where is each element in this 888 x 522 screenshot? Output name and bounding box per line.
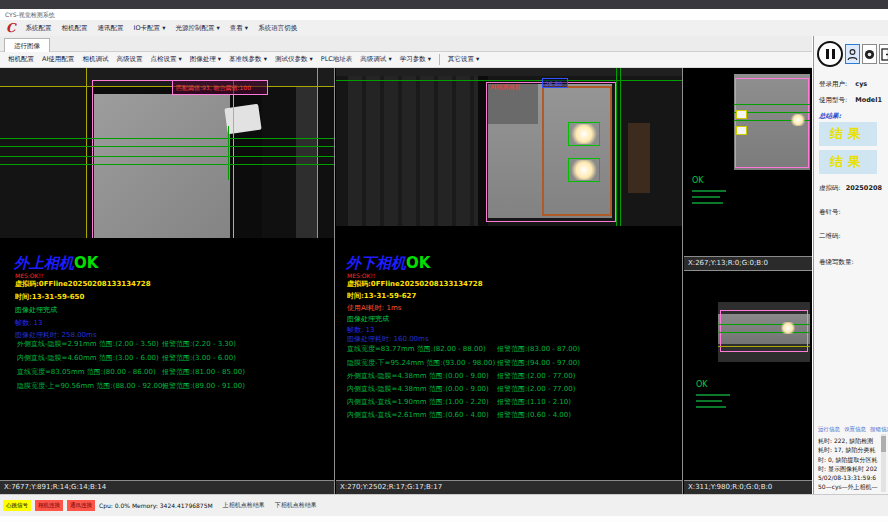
- tool-image-processing[interactable]: 图像处理 ▾: [190, 55, 221, 64]
- menu-io-card-config[interactable]: IO卡配置 ▾: [134, 24, 166, 33]
- machine-column: [296, 68, 318, 238]
- menu-view[interactable]: 查看 ▾: [230, 24, 248, 33]
- tab-strip: 运行图像: [0, 36, 812, 52]
- measurement-alarm: 报警范围:(81.00 - 85.00): [162, 367, 245, 377]
- baseline-yellow-vertical: [86, 68, 87, 238]
- login-user-row: 登录用户: cys: [819, 80, 867, 89]
- middle-camera-image[interactable]: 26.80 AI检测画面: [336, 68, 682, 226]
- exit-button[interactable]: [879, 44, 888, 64]
- ai-score-box: 26.80: [542, 78, 568, 88]
- menu-light-control-config[interactable]: 光源控制配置 ▾: [175, 24, 219, 33]
- user-icon: [847, 48, 858, 61]
- roi-outline: [92, 80, 234, 238]
- threshold-label: 匹配阈值:93, 吻合阈值:100: [176, 84, 251, 93]
- cpu-memory-text: Cpu: 0.0% Memory: 3424.41796875M: [99, 502, 213, 509]
- winding-count-label: 卷绕写数量:: [819, 258, 854, 267]
- tool-baseline-params[interactable]: 基准线参数 ▾: [229, 55, 267, 64]
- left-barcode-line: 虚拟码:0FFline20250208133134728: [15, 279, 151, 289]
- result-box-1: 结果: [819, 122, 877, 146]
- measurement-value: 外侧直线-隐膜=4.38mm 范围:(0.00 - 9.00): [347, 371, 489, 381]
- left-time-line: 时间:13-31-59-650: [15, 292, 84, 302]
- measurement-alarm: 报警范围:(0.60 - 4.00): [497, 410, 571, 420]
- middle-measurement-row: 内侧直线-直线=1.90mm 范围:(1.00 - 2.20) 报警范围:(1.…: [347, 397, 680, 407]
- left-measurement-row: 直线宽度=83.05mm 范围:(80.00 - 86.00) 报警范围:(81…: [17, 367, 334, 377]
- menu-camera-config[interactable]: 相机配置: [62, 24, 88, 33]
- middle-done-line: 图像处理完成: [347, 314, 389, 324]
- log-tab-run-info[interactable]: 运行信息: [818, 426, 840, 433]
- tool-spot-check-settings[interactable]: 点检设置 ▾: [150, 55, 181, 64]
- middle-time-line: 时间:13-31-59-627: [347, 291, 416, 301]
- machine-structure: [348, 68, 478, 226]
- preview-top-status: OK: [692, 176, 704, 185]
- pause-button[interactable]: [817, 41, 843, 67]
- tool-tester-params[interactable]: 测试仪参数 ▾: [275, 55, 313, 64]
- toolbar: 相机配置 AI使用配置 相机调试 高级设置 点检设置 ▾ 图像处理 ▾ 基准线参…: [0, 52, 812, 68]
- tool-ai-usage-config[interactable]: AI使用配置: [42, 55, 74, 64]
- tool-plc-address-table[interactable]: PLC地址表: [321, 55, 353, 64]
- main-canvas: 匹配阈值:93, 吻合阈值:100 外上相机OK MES:OK!! 虚拟码:0F…: [0, 68, 812, 494]
- measure-line-green: [718, 324, 810, 325]
- log-tab-error-info[interactable]: 报错信息: [870, 426, 888, 433]
- model-label: 使用型号:: [819, 96, 847, 104]
- virtual-code-row: 虚拟码: 20250208: [819, 184, 882, 193]
- left-mes-line: MES:OK!!: [15, 272, 43, 279]
- preview-bottom-textline: [696, 400, 722, 402]
- upper-camera-check-result: 上相机点检结果: [223, 501, 265, 510]
- ai-score-label: 26.80: [545, 80, 562, 87]
- sidebar: 登录用户: cys 使用型号: Model1 总结果: 结果 结果 虚拟码: 2…: [813, 36, 888, 494]
- detect-box-green: [568, 158, 600, 182]
- measure-line-green: [734, 104, 810, 105]
- measure-line-green-vertical: [228, 126, 229, 180]
- tool-advanced-debug[interactable]: 高级调试 ▾: [360, 55, 391, 64]
- tab-run-image[interactable]: 运行图像: [4, 38, 50, 53]
- virtual-code-value: 20250208: [846, 184, 882, 192]
- measurement-alarm: 报警范围:(94.00 - 97.00): [497, 358, 580, 368]
- tool-learning-params[interactable]: 学习参数 ▾: [400, 55, 431, 64]
- toolbar-divider: [439, 54, 440, 65]
- preview-bottom-status: OK: [696, 380, 708, 389]
- left-camera-image[interactable]: 匹配阈值:93, 吻合阈值:100: [0, 68, 334, 238]
- measure-line-green-vertical: [620, 68, 621, 226]
- menu-comm-config[interactable]: 通讯配置: [98, 24, 124, 33]
- middle-camera-name: 外下相机: [346, 254, 406, 272]
- log-tab-settings-info[interactable]: 设置信息: [844, 426, 866, 433]
- preview-top-image[interactable]: [734, 74, 810, 170]
- baseline-yellow: [0, 86, 334, 87]
- preview-bottom-image[interactable]: [718, 302, 810, 362]
- left-camera-name: 外上相机: [14, 254, 74, 272]
- middle-measurement-row: 外侧直线-隐膜=4.38mm 范围:(0.00 - 9.00) 报警范围:(2.…: [347, 371, 680, 381]
- left-measurement-row: 内侧直线-隐膜=4.60mm 范围:(3.00 - 6.00) 报警范围:(3.…: [17, 353, 334, 363]
- camera-button[interactable]: [862, 44, 877, 64]
- heartbeat-badge: 心跳信号: [3, 500, 31, 511]
- middle-coordinate-bar: X:270;Y:2502;R:17;G:17;B:17: [336, 480, 682, 494]
- left-result-title: 外上相机OK: [14, 254, 98, 273]
- preview-bottom-coordinate-bar: X:311;Y:980;R:0;G:0;B:0: [684, 480, 812, 494]
- weld-glow: [790, 114, 806, 126]
- measure-line-green: [0, 156, 334, 157]
- tool-camera-debug[interactable]: 相机调试: [82, 55, 108, 64]
- tool-other-settings[interactable]: 其它设置 ▾: [448, 55, 479, 64]
- preview-top-coordinate-bar: X:267;Y:13;R:0;G:0;B:0: [684, 256, 812, 270]
- middle-measurement-row: 直线宽度=83.77mm 范围:(82.00 - 88.00) 报警范围:(83…: [347, 344, 680, 354]
- menu-system-config[interactable]: 系统配置: [26, 24, 52, 33]
- tool-advanced-settings[interactable]: 高级设置: [116, 55, 142, 64]
- preview-top-textline: [692, 196, 720, 198]
- model-row: 使用型号: Model1: [819, 96, 882, 105]
- measure-line-green: [0, 146, 334, 147]
- menu-language-switch[interactable]: 系统语言切换: [258, 24, 297, 33]
- fixture-block: [628, 123, 650, 193]
- image-shadow-area: [0, 68, 88, 238]
- left-status-ok: OK: [74, 254, 98, 272]
- log-tabs: 运行信息 设置信息 报错信息: [818, 426, 888, 433]
- log-scrollbar[interactable]: [881, 434, 886, 492]
- middle-mes-line: MES:OK!!: [347, 272, 375, 279]
- measure-line-green: [0, 164, 334, 165]
- log-scrollbar-thumb[interactable]: [881, 436, 886, 452]
- middle-result-title: 外下相机OK: [346, 254, 430, 273]
- preview-top-textline: [692, 190, 726, 192]
- measurement-alarm: 报警范围:(2.00 - 77.00): [497, 384, 575, 394]
- tool-camera-config[interactable]: 相机配置: [8, 55, 34, 64]
- middle-status-ok: OK: [406, 254, 430, 272]
- user-button[interactable]: [845, 44, 860, 64]
- bottom-white-strip: [0, 516, 888, 522]
